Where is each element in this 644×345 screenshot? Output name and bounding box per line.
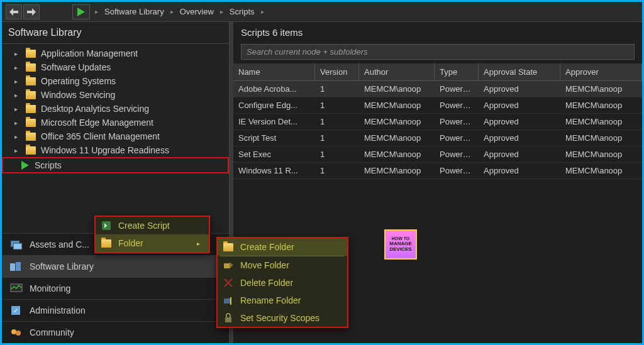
menu-item-move-folder[interactable]: Move Folder bbox=[218, 256, 347, 274]
table-cell: Set Exec bbox=[233, 146, 315, 162]
table-cell: Approved bbox=[479, 163, 560, 178]
expand-icon: ▸ bbox=[14, 64, 21, 71]
context-submenu: Create FolderMove FolderDelete FolderRen… bbox=[216, 237, 348, 328]
tree-item[interactable]: ▸Windows 11 Upgrade Readiness bbox=[2, 143, 229, 157]
top-toolbar: ▸ Software Library ▸ Overview ▸ Scripts … bbox=[2, 2, 642, 22]
nav-forward-button[interactable] bbox=[23, 4, 40, 19]
table-row[interactable]: Windows 11 R...1MEMCM\anoopPowerS...Appr… bbox=[233, 163, 642, 179]
tree-item-label: Software Updates bbox=[41, 62, 111, 72]
navigation-tree: ▸Application Management▸Software Updates… bbox=[2, 44, 229, 233]
table-header: NameVersionAuthorTypeApproval StateAppro… bbox=[233, 63, 642, 81]
expand-icon: ▸ bbox=[14, 147, 21, 154]
table-row[interactable]: Set Exec1MEMCM\anoopPowerS...ApprovedMEM… bbox=[233, 146, 642, 163]
menu-item-label: Create Folder bbox=[240, 242, 294, 252]
run-icon[interactable] bbox=[72, 4, 90, 19]
tree-item-label: Office 365 Client Management bbox=[41, 131, 160, 141]
column-header[interactable]: Approver bbox=[560, 63, 642, 80]
table-row[interactable]: Script Test1MEMCM\anoopPowerS...Approved… bbox=[233, 130, 642, 146]
menu-item-folder[interactable]: Folder▸ bbox=[96, 234, 209, 252]
tree-item[interactable]: ▸Operating Systems bbox=[2, 74, 229, 88]
table-cell: Script Test bbox=[233, 130, 315, 146]
expand-icon: ▸ bbox=[14, 92, 21, 99]
move-icon bbox=[223, 260, 234, 270]
menu-item-rename-folder[interactable]: Rename Folder bbox=[218, 292, 347, 309]
tree-item[interactable]: ▸Windows Servicing bbox=[2, 88, 229, 102]
column-header[interactable]: Name bbox=[233, 63, 315, 80]
tree-item[interactable]: ▸Desktop Analytics Servicing bbox=[2, 102, 229, 116]
tree-item-scripts[interactable]: Scripts bbox=[2, 157, 229, 173]
breadcrumb-item[interactable]: Scripts bbox=[230, 7, 255, 16]
rename-icon bbox=[223, 295, 234, 305]
tree-item[interactable]: ▸Microsoft Edge Management bbox=[2, 116, 229, 129]
table-row[interactable]: Configure Edg...1MEMCM\anoopPowerS...App… bbox=[233, 97, 642, 114]
table-cell: 1 bbox=[315, 81, 359, 97]
table-cell: MEMCM\anoop bbox=[359, 97, 435, 113]
workspace-monitoring[interactable]: Monitoring bbox=[2, 277, 229, 299]
column-header[interactable]: Type bbox=[435, 63, 479, 80]
svg-text:✓: ✓ bbox=[13, 307, 18, 314]
column-header[interactable]: Version bbox=[315, 63, 359, 80]
table-cell: MEMCM\anoop bbox=[560, 97, 642, 113]
search-input[interactable]: Search current node + subfolders bbox=[241, 44, 635, 60]
table-cell: 1 bbox=[315, 130, 359, 146]
svg-point-8 bbox=[16, 331, 21, 336]
table-cell: Windows 11 R... bbox=[233, 163, 315, 178]
menu-item-create-folder[interactable]: Create Folder bbox=[218, 238, 347, 256]
breadcrumb-item[interactable]: Software Library bbox=[104, 7, 164, 16]
tree-item[interactable]: ▸Office 365 Client Management bbox=[2, 129, 229, 143]
nav-back-button[interactable] bbox=[6, 4, 22, 19]
table-cell: PowerS... bbox=[435, 97, 479, 113]
table-cell: MEMCM\anoop bbox=[359, 146, 435, 162]
svg-rect-2 bbox=[10, 263, 15, 271]
chevron-right-icon: ▸ bbox=[170, 8, 174, 15]
admin-icon: ✓ bbox=[9, 305, 23, 316]
folder-icon bbox=[223, 242, 234, 252]
table-cell: MEMCM\anoop bbox=[560, 130, 642, 146]
menu-item-label: Create Script bbox=[118, 221, 170, 231]
table-cell: Approved bbox=[479, 146, 560, 162]
tree-item-label: Microsoft Edge Management bbox=[41, 118, 153, 128]
table-row[interactable]: Adobe Acroba...1MEMCM\anoopPowerS...Appr… bbox=[233, 81, 642, 97]
chevron-right-icon: ▸ bbox=[95, 8, 98, 15]
workspace-label: Community bbox=[30, 327, 74, 337]
table-cell: MEMCM\anoop bbox=[560, 163, 642, 178]
folder-icon bbox=[26, 119, 36, 127]
panel-title: Software Library bbox=[2, 22, 229, 44]
table-cell: PowerS... bbox=[435, 146, 479, 162]
menu-item-label: Set Security Scopes bbox=[240, 313, 319, 323]
svg-rect-3 bbox=[16, 262, 21, 271]
workspace-community[interactable]: Community bbox=[2, 321, 229, 343]
expand-icon: ▸ bbox=[14, 50, 21, 57]
monitoring-icon bbox=[9, 283, 23, 294]
folder-icon bbox=[26, 50, 36, 58]
table-cell: MEMCM\anoop bbox=[359, 81, 435, 97]
table-cell: MEMCM\anoop bbox=[359, 163, 435, 178]
menu-item-set-security-scopes[interactable]: Set Security Scopes bbox=[218, 309, 347, 327]
breadcrumb-item[interactable]: Overview bbox=[180, 7, 214, 16]
content-title: Scripts 6 items bbox=[233, 22, 642, 43]
folder-icon bbox=[26, 77, 36, 85]
tree-item[interactable]: ▸Application Management bbox=[2, 47, 229, 60]
table-cell: PowerS... bbox=[435, 114, 479, 129]
tree-item-label: Windows Servicing bbox=[41, 90, 115, 100]
workspace-library[interactable]: Software Library bbox=[2, 255, 229, 277]
table-cell: MEMCM\anoop bbox=[359, 130, 435, 146]
script-icon bbox=[101, 221, 112, 231]
tree-item[interactable]: ▸Software Updates bbox=[2, 60, 229, 74]
svg-point-7 bbox=[11, 329, 16, 334]
menu-item-label: Folder bbox=[118, 238, 143, 248]
breadcrumb[interactable]: ▸ Software Library ▸ Overview ▸ Scripts … bbox=[95, 7, 264, 16]
column-header[interactable]: Approval State bbox=[479, 63, 560, 80]
folder-icon bbox=[26, 133, 36, 141]
expand-icon: ▸ bbox=[14, 106, 21, 112]
menu-item-create-script[interactable]: Create Script bbox=[96, 217, 209, 234]
community-icon bbox=[9, 327, 23, 338]
tree-item-label: Windows 11 Upgrade Readiness bbox=[41, 145, 169, 155]
menu-item-label: Move Folder bbox=[240, 260, 289, 270]
table-cell: MEMCM\anoop bbox=[560, 114, 642, 129]
table-row[interactable]: IE Version Det...1MEMCM\anoopPowerS...Ap… bbox=[233, 114, 642, 130]
expand-icon: ▸ bbox=[14, 78, 21, 85]
workspace-admin[interactable]: ✓Administration bbox=[2, 299, 229, 321]
menu-item-delete-folder[interactable]: Delete Folder bbox=[218, 274, 347, 292]
column-header[interactable]: Author bbox=[359, 63, 435, 80]
